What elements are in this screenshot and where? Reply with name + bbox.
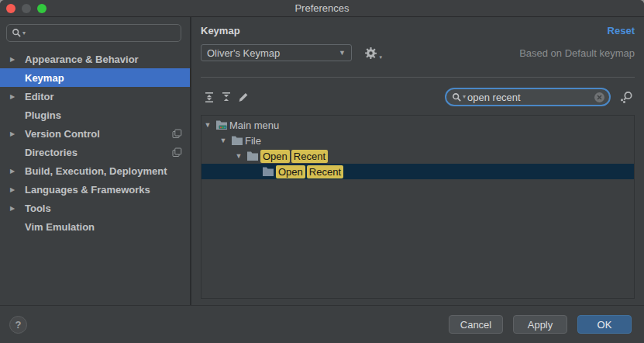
keymap-actions-button[interactable]: ▾ bbox=[364, 47, 377, 60]
chevron-down-icon[interactable]: ▼ bbox=[232, 152, 245, 160]
sidebar-item-label: Languages & Frameworks bbox=[25, 184, 150, 196]
expand-all-button[interactable] bbox=[201, 88, 218, 106]
sidebar-item-build-execution-deployment[interactable]: ▶ Build, Execution, Deployment bbox=[0, 161, 190, 180]
sidebar-item-label: Editor bbox=[25, 91, 54, 102]
keymap-panel: Keymap Reset Oliver's Keymap ▼ ▾ Based o… bbox=[191, 17, 644, 305]
tree-row-open-recent-group[interactable]: ▼ Open Recent bbox=[201, 148, 634, 164]
folder-icon bbox=[245, 151, 260, 161]
sidebar-item-keymap[interactable]: Keymap bbox=[0, 68, 190, 87]
chevron-right-icon[interactable]: ▶ bbox=[10, 205, 25, 212]
match-highlight: Open bbox=[276, 165, 305, 178]
pencil-icon bbox=[238, 92, 249, 102]
tree-row-label: File bbox=[245, 135, 261, 147]
actions-tree: ▼ Main menu ▼ bbox=[201, 115, 635, 299]
apply-button[interactable]: Apply bbox=[513, 315, 567, 334]
chevron-down-icon[interactable]: ▼ bbox=[217, 137, 229, 144]
sidebar-item-label: Tools bbox=[25, 203, 51, 214]
reset-link[interactable]: Reset bbox=[608, 25, 635, 36]
chevron-down-icon: ▾ bbox=[379, 54, 382, 61]
chevron-down-icon: ▼ bbox=[339, 49, 346, 57]
sidebar-item-label: Build, Execution, Deployment bbox=[25, 165, 167, 177]
match-highlight: Recent bbox=[307, 165, 343, 178]
shortcut-search-box[interactable]: ▾ bbox=[445, 88, 611, 106]
sidebar-item-label: Vim Emulation bbox=[25, 221, 95, 233]
chevron-down-icon[interactable]: ▼ bbox=[201, 121, 214, 129]
tree-row-main-menu[interactable]: ▼ Main menu bbox=[201, 117, 634, 133]
preferences-dialog: Preferences ▾ ▶ Appearance & Behavior Ke… bbox=[0, 0, 644, 343]
collapse-all-button[interactable] bbox=[218, 88, 235, 106]
main-menu-icon bbox=[214, 120, 229, 130]
chevron-right-icon[interactable]: ▶ bbox=[10, 93, 25, 100]
find-by-shortcut-icon bbox=[619, 91, 634, 104]
project-settings-icon bbox=[172, 147, 182, 158]
page-title: Keymap bbox=[201, 25, 240, 36]
sidebar-item-appearance-behavior[interactable]: ▶ Appearance & Behavior bbox=[0, 50, 190, 68]
dialog-footer: ? Cancel Apply OK bbox=[0, 305, 644, 343]
sidebar-item-plugins[interactable]: Plugins bbox=[0, 106, 190, 124]
shortcut-search-input[interactable] bbox=[467, 92, 594, 103]
sidebar-item-languages-frameworks[interactable]: ▶ Languages & Frameworks bbox=[0, 180, 190, 199]
folder-icon bbox=[260, 166, 276, 177]
match-highlight: Open bbox=[260, 150, 290, 163]
match-highlight: Recent bbox=[291, 150, 328, 163]
folder-icon bbox=[229, 135, 245, 146]
edit-shortcut-button[interactable] bbox=[235, 88, 252, 106]
sidebar-item-editor[interactable]: ▶ Editor bbox=[0, 87, 190, 106]
sidebar-item-label: Keymap bbox=[25, 72, 64, 84]
tree-row-file[interactable]: ▼ File bbox=[201, 133, 634, 148]
sidebar-item-version-control[interactable]: ▶ Version Control bbox=[0, 124, 190, 143]
find-actions-by-shortcut-button[interactable] bbox=[618, 88, 635, 106]
search-options-caret-icon[interactable]: ▾ bbox=[463, 94, 466, 100]
help-button[interactable]: ? bbox=[9, 316, 27, 334]
cancel-button[interactable]: Cancel bbox=[449, 315, 503, 334]
sidebar-item-label: Appearance & Behavior bbox=[25, 54, 139, 65]
chevron-right-icon[interactable]: ▶ bbox=[10, 56, 25, 63]
chevron-right-icon[interactable]: ▶ bbox=[10, 186, 25, 193]
keymap-toolbar: ▾ bbox=[201, 87, 635, 107]
collapse-all-icon bbox=[221, 92, 232, 103]
settings-search-box[interactable]: ▾ bbox=[6, 24, 181, 42]
header-separator bbox=[201, 77, 635, 78]
based-on-label: Based on Default keymap bbox=[519, 47, 635, 59]
titlebar: Preferences bbox=[0, 0, 644, 17]
search-icon bbox=[12, 28, 22, 38]
gear-icon bbox=[364, 47, 377, 60]
ok-button[interactable]: OK bbox=[577, 315, 632, 334]
sidebar-item-directories[interactable]: Directories bbox=[0, 143, 190, 161]
sidebar-item-label: Directories bbox=[25, 147, 77, 158]
search-icon bbox=[452, 92, 462, 102]
keymap-scheme-select[interactable]: Oliver's Keymap ▼ bbox=[201, 44, 352, 61]
clear-search-icon[interactable] bbox=[594, 92, 605, 103]
sidebar-item-label: Version Control bbox=[25, 128, 100, 140]
project-settings-icon bbox=[172, 129, 182, 139]
tree-row-label: Main menu bbox=[229, 120, 279, 131]
keymap-scheme-value: Oliver's Keymap bbox=[207, 47, 280, 59]
sidebar-item-tools[interactable]: ▶ Tools bbox=[0, 199, 190, 217]
tree-row-open-recent-selected[interactable]: Open Recent bbox=[201, 164, 634, 179]
settings-search-input[interactable] bbox=[26, 27, 176, 39]
chevron-right-icon[interactable]: ▶ bbox=[10, 130, 25, 137]
expand-all-icon bbox=[204, 92, 215, 103]
settings-sidebar: ▾ ▶ Appearance & Behavior Keymap ▶ Edito… bbox=[0, 17, 191, 305]
window-title: Preferences bbox=[0, 2, 644, 14]
sidebar-item-vim-emulation[interactable]: Vim Emulation bbox=[0, 217, 190, 236]
sidebar-item-label: Plugins bbox=[25, 109, 61, 121]
chevron-right-icon[interactable]: ▶ bbox=[10, 168, 25, 175]
